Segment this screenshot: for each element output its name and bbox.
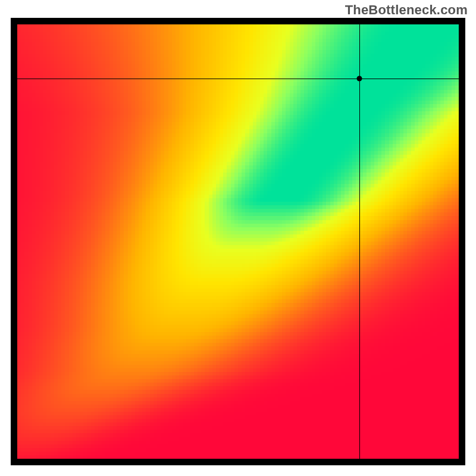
plot-frame — [11, 18, 465, 465]
crosshair-vertical — [359, 24, 360, 459]
watermark-label: TheBottleneck.com — [345, 2, 468, 18]
heatmap-canvas — [17, 24, 459, 459]
plot-area — [17, 24, 459, 459]
crosshair-horizontal — [17, 79, 459, 79]
crosshair-marker-dot — [357, 76, 362, 82]
chart-container: TheBottleneck.com — [0, 0, 476, 476]
